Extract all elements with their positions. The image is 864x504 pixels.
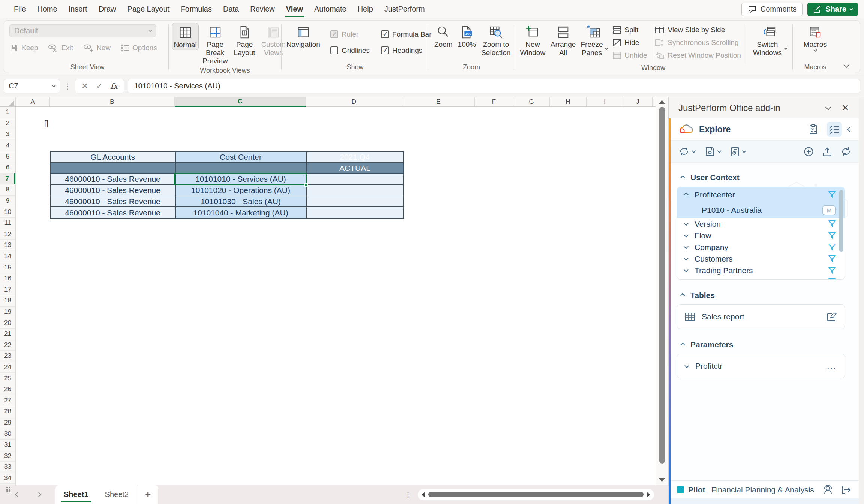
cell-D10[interactable] — [307, 207, 403, 218]
collapse-ribbon-button[interactable] — [844, 62, 849, 69]
chevron-down-icon[interactable] — [684, 279, 688, 280]
next-sheet-icon[interactable] — [36, 492, 41, 497]
menu-formulas[interactable]: Formulas — [175, 0, 218, 18]
menu-review[interactable]: Review — [244, 0, 280, 18]
unhide-button[interactable]: Unhide — [612, 49, 647, 62]
tab-sheet1[interactable]: Sheet1 — [56, 485, 97, 504]
cancel-icon[interactable]: ✕ — [81, 81, 88, 91]
row-header-17[interactable]: 17 — [0, 284, 15, 296]
col-header-I[interactable]: I — [586, 97, 623, 107]
row-header-32[interactable]: 32 — [0, 450, 15, 462]
menu-page-layout[interactable]: Page Layout — [122, 0, 175, 18]
row-header-2[interactable]: 2 — [0, 118, 15, 129]
zoom-to-selection-button[interactable]: Zoom to Selection — [479, 23, 513, 58]
arrange-all-button[interactable]: Arrange All — [548, 23, 578, 58]
page-layout-button[interactable]: Page Layout — [232, 23, 258, 58]
chevron-down-icon[interactable] — [684, 244, 688, 249]
navigation-button[interactable]: Navigation — [285, 23, 322, 49]
row-header-27[interactable]: 27 — [0, 395, 15, 406]
row-header-15[interactable]: 15 — [0, 262, 15, 273]
select-all-corner[interactable] — [0, 97, 16, 107]
normal-view-button[interactable]: Normal — [172, 23, 199, 50]
context-item-customers[interactable]: Customers — [677, 253, 845, 265]
freeze-panes-button[interactable]: * Freeze Panes — [578, 23, 609, 58]
cell-B6[interactable] — [51, 163, 176, 174]
chevron-down-icon[interactable] — [684, 256, 688, 261]
col-header-H[interactable]: H — [550, 97, 586, 107]
row-header-23[interactable]: 23 — [0, 351, 15, 362]
chevron-up-icon[interactable] — [684, 192, 688, 197]
grid-body[interactable]: 1234567891011121314151617181920212223242… — [0, 107, 656, 485]
table-item-sales-report[interactable]: Sales report — [677, 305, 845, 329]
edit-icon[interactable] — [827, 312, 837, 322]
horizontal-scroll-thumb[interactable] — [428, 492, 644, 497]
row-header-12[interactable]: 12 — [0, 229, 15, 240]
row-header-33[interactable]: 33 — [0, 462, 15, 473]
filter-funnel-icon[interactable] — [828, 254, 837, 263]
share-chevron-icon[interactable] — [850, 7, 854, 10]
cell-D5[interactable]: 2021.Q4 — [307, 152, 403, 163]
expand-icon[interactable] — [684, 363, 689, 368]
row-header-24[interactable]: 24 — [0, 362, 15, 373]
context-member-p1010-australia[interactable]: P1010 - AustraliaM — [677, 202, 845, 218]
row-header-30[interactable]: 30 — [0, 428, 15, 440]
menu-justperform[interactable]: JustPerform — [379, 0, 430, 18]
gridlines-checkbox[interactable]: Gridlines — [330, 44, 370, 57]
recycle-icon[interactable] — [841, 147, 851, 157]
panel-chevron-icon[interactable] — [825, 104, 831, 110]
context-item-company[interactable]: Company — [677, 241, 845, 253]
macros-button[interactable]: Macros — [798, 23, 832, 52]
cell-D6[interactable]: ACTUAL — [307, 163, 403, 174]
cell-C8[interactable]: 10101020 - Operations (AU) — [176, 185, 307, 196]
add-icon[interactable] — [804, 147, 814, 157]
view-side-by-side-button[interactable]: View Side by Side — [655, 24, 741, 36]
prev-sheet-icon[interactable] — [15, 492, 20, 497]
collapse-panel-icon[interactable] — [847, 127, 852, 132]
cell-B8[interactable]: 46000010 - Sales Revenue — [51, 185, 176, 196]
row-header-19[interactable]: 19 — [0, 307, 15, 318]
chevron-down-icon[interactable] — [717, 149, 721, 153]
report-icon[interactable] — [730, 147, 740, 157]
row-header-29[interactable]: 29 — [0, 417, 15, 429]
vertical-scrollbar[interactable] — [656, 97, 668, 485]
row-header-4[interactable]: 4 — [0, 140, 15, 151]
row-header-9[interactable]: 9 — [0, 196, 15, 207]
chevron-down-icon[interactable] — [684, 268, 688, 272]
chevron-down-icon[interactable] — [742, 149, 746, 153]
row-header-7[interactable]: 7 — [0, 173, 15, 185]
row-header-14[interactable]: 14 — [0, 251, 15, 262]
vertical-scroll-thumb[interactable] — [659, 107, 665, 464]
formula-input[interactable]: 10101010 - Services (AU) — [128, 79, 861, 93]
context-scroll-thumb[interactable] — [839, 190, 843, 252]
cell-D7[interactable] — [307, 174, 403, 185]
cell-C10[interactable]: 10101040 - Marketing (AU) — [176, 207, 307, 218]
col-header-B[interactable]: B — [50, 97, 175, 107]
exit-view-button[interactable]: Exit — [48, 42, 73, 54]
page-break-preview-button[interactable]: Page Break Preview — [200, 23, 230, 66]
menu-data[interactable]: Data — [218, 0, 244, 18]
cell-D8[interactable] — [307, 185, 403, 196]
split-button[interactable]: Split — [612, 24, 647, 36]
filter-funnel-icon[interactable] — [828, 266, 837, 275]
context-item-profitcenter[interactable]: Profitcenter — [677, 187, 845, 202]
new-view-button[interactable]: New — [83, 42, 111, 54]
fill-handle[interactable] — [304, 183, 308, 187]
filter-funnel-icon[interactable] — [828, 190, 837, 199]
col-header-A[interactable]: A — [16, 97, 50, 107]
row-header-11[interactable]: 11 — [0, 218, 15, 229]
row-header-28[interactable]: 28 — [0, 406, 15, 417]
checklist-view-icon[interactable] — [827, 122, 842, 137]
row-header-3[interactable]: 3 — [0, 129, 15, 140]
scroll-left-icon[interactable] — [422, 492, 425, 498]
refresh-icon[interactable] — [679, 147, 689, 156]
cell-B5[interactable]: GL Accounts — [51, 152, 176, 163]
upload-icon[interactable] — [822, 147, 832, 157]
col-header-G[interactable]: G — [513, 97, 550, 107]
row-header-16[interactable]: 16 — [0, 273, 15, 284]
cell-B9[interactable]: 46000010 - Sales Revenue — [51, 196, 176, 208]
cell-B7[interactable]: 46000010 - Sales Revenue — [51, 174, 176, 185]
name-box[interactable]: C7 — [4, 79, 60, 93]
context-item-version[interactable]: Version — [677, 218, 845, 230]
row-header-8[interactable]: 8 — [0, 184, 15, 196]
headings-checkbox[interactable]: Headings — [381, 44, 432, 57]
